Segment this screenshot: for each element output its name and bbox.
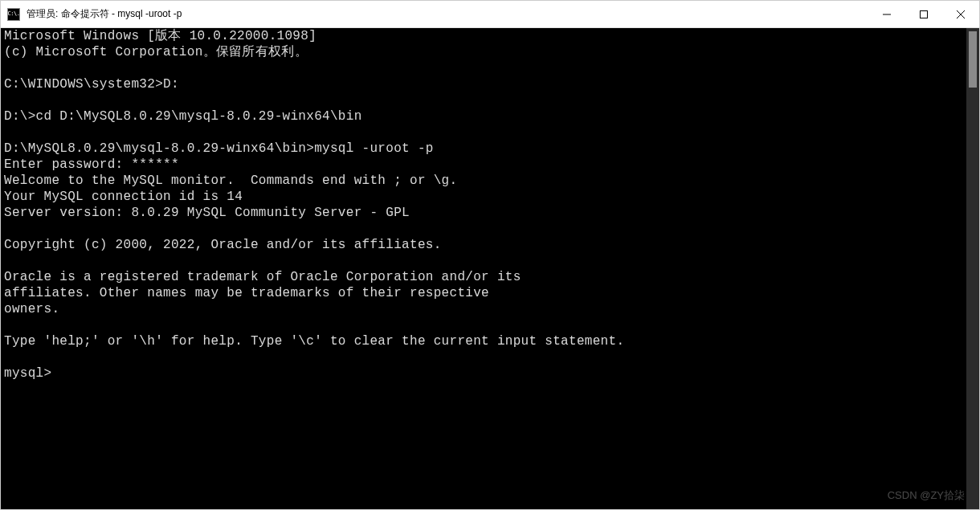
cmd-icon-text: C:\. (8, 11, 20, 17)
scrollbar-thumb[interactable] (969, 31, 977, 88)
minimize-icon (883, 10, 891, 18)
window-frame: C:\. 管理员: 命令提示符 - mysql -uroot -p Micros… (0, 0, 980, 510)
window-controls (868, 1, 979, 27)
maximize-icon (920, 10, 928, 18)
terminal-container: Microsoft Windows [版本 10.0.22000.1098] (… (1, 28, 979, 509)
svg-rect-1 (921, 10, 928, 18)
maximize-button[interactable] (905, 1, 942, 27)
scrollbar-track[interactable] (966, 28, 979, 509)
cmd-icon: C:\. (7, 8, 20, 21)
terminal-output[interactable]: Microsoft Windows [版本 10.0.22000.1098] (… (1, 28, 966, 509)
minimize-button[interactable] (868, 1, 905, 27)
window-title: 管理员: 命令提示符 - mysql -uroot -p (27, 7, 868, 21)
titlebar[interactable]: C:\. 管理员: 命令提示符 - mysql -uroot -p (1, 1, 979, 28)
close-icon (957, 10, 965, 18)
close-button[interactable] (942, 1, 979, 27)
